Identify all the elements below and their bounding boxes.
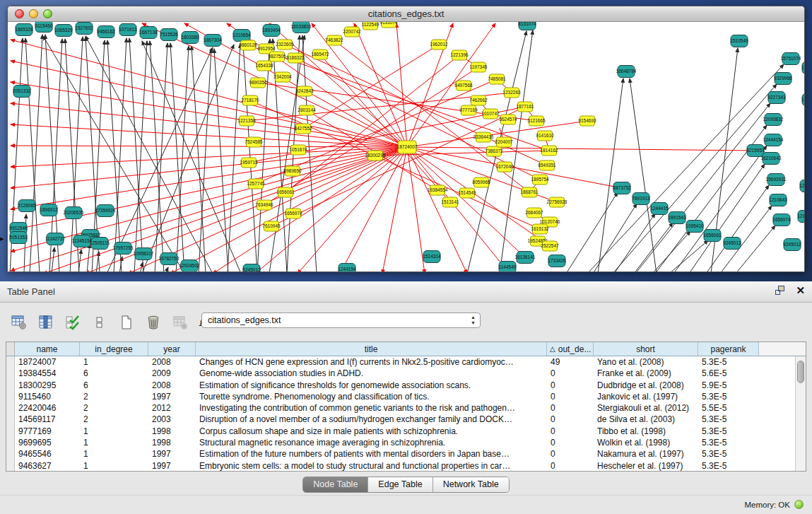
table-cell[interactable]: 0: [547, 460, 594, 471]
scrollbar-thumb[interactable]: [797, 361, 804, 383]
graph-node[interactable]: 1667138: [139, 27, 158, 39]
table-cell[interactable]: 2012: [148, 402, 196, 414]
graph-node[interactable]: 16033803: [291, 22, 312, 33]
graph-node[interactable]: 12444154: [763, 134, 784, 146]
graph-node[interactable]: 2803144: [298, 105, 316, 115]
column-header-title[interactable]: title: [196, 342, 547, 356]
table-cell[interactable]: 1997: [148, 460, 196, 471]
graph-node[interactable]: 1656974: [284, 209, 302, 218]
graph-node[interactable]: 1672040: [495, 162, 514, 172]
graph-node[interactable]: 1071913: [119, 24, 137, 36]
graph-node[interactable]: 7462662: [469, 95, 488, 105]
table-cell[interactable]: Estimation of the future numbers of pati…: [196, 448, 547, 460]
graph-node[interactable]: 1527602: [75, 23, 93, 35]
graph-node[interactable]: 20206535: [64, 207, 84, 219]
table-cell[interactable]: 9777169: [15, 426, 80, 437]
graph-node[interactable]: 1656974: [772, 214, 791, 226]
table-cell[interactable]: 1998: [148, 426, 196, 437]
column-header-name[interactable]: name: [15, 342, 80, 356]
graph-node[interactable]: 1210340: [797, 211, 805, 223]
graph-node[interactable]: 1514314: [423, 251, 441, 263]
graph-node[interactable]: 8059965: [472, 177, 490, 187]
graph-node[interactable]: 6497568: [454, 81, 473, 90]
table-select-dropdown[interactable]: citations_edges.txt ▲▼: [201, 313, 481, 328]
table-cell[interactable]: 2: [80, 391, 148, 402]
table-row[interactable]: 1872400712008Changes of HCN gene express…: [6, 356, 795, 368]
graph-node[interactable]: 1210640: [799, 180, 805, 192]
graph-node[interactable]: 1877161: [516, 102, 534, 112]
table-cell[interactable]: 5.3E-5: [698, 414, 759, 425]
graph-node[interactable]: 1959715: [240, 158, 258, 168]
graph-node[interactable]: 8427552: [294, 124, 312, 134]
table-cell[interactable]: 1: [80, 356, 148, 368]
table-row[interactable]: 911546021997Tourette syndrome. Phenomeno…: [6, 391, 795, 402]
table-cell[interactable]: 9465546: [15, 448, 80, 460]
graph-node[interactable]: 2204007: [495, 137, 513, 147]
table-row[interactable]: 977716911998Corpus callosum shape and si…: [6, 426, 795, 437]
vertical-scrollbar[interactable]: [795, 356, 806, 471]
graph-node[interactable]: 10958107: [134, 248, 154, 260]
network-window-titlebar[interactable]: citations_edges.txt: [8, 6, 804, 22]
column-header-year[interactable]: year: [148, 342, 196, 356]
table-cell[interactable]: Jankovic et al. (1997): [594, 391, 698, 402]
table-row[interactable]: 946554611997Estimation of the future num…: [6, 448, 795, 460]
graph-node[interactable]: 1244415: [650, 203, 669, 215]
table-cell[interactable]: 1: [80, 437, 148, 448]
graph-node[interactable]: 1962012: [430, 40, 448, 49]
graph-node[interactable]: 1210654: [233, 30, 251, 42]
graph-node[interactable]: 1896912: [40, 204, 58, 216]
graph-node[interactable]: 9777169: [459, 105, 478, 115]
graph-node[interactable]: 2718170: [241, 95, 259, 105]
graph-node[interactable]: 19384554: [428, 185, 448, 195]
graph-node[interactable]: 12924502: [180, 260, 200, 272]
table-cell[interactable]: Tibbo et al. (1998): [594, 426, 698, 437]
graph-node[interactable]: 9141610: [536, 131, 554, 141]
hub-node[interactable]: 18724007: [397, 141, 418, 153]
table-row[interactable]: 1938455462009Genome-wide association stu…: [6, 368, 795, 379]
graph-node[interactable]: 1221358: [237, 116, 256, 126]
graph-node[interactable]: 22756928: [547, 197, 567, 207]
graph-node[interactable]: 1510549: [730, 35, 748, 47]
table-cell[interactable]: 49: [547, 356, 594, 368]
graph-node[interactable]: 2342004: [273, 72, 292, 82]
delete-rows-icon[interactable]: [144, 313, 163, 332]
network-canvas[interactable]: 1865328911546010653291527602946616210719…: [8, 22, 805, 272]
table-cell[interactable]: 9699695: [15, 437, 80, 448]
table-cell[interactable]: 1: [80, 460, 148, 471]
table-cell[interactable]: Disruption of a novel member of a sodium…: [196, 414, 547, 425]
table-cell[interactable]: 18300295: [15, 380, 80, 391]
table-cell[interactable]: Yano et al. (2008): [594, 356, 698, 368]
graph-node[interactable]: 9245012: [242, 264, 261, 273]
table-cell[interactable]: 5.3E-5: [698, 437, 759, 448]
table-cell[interactable]: Stergiakouli et al. (2012): [594, 402, 698, 414]
graph-node[interactable]: 7691913: [632, 193, 650, 205]
table-cell[interactable]: 14569117: [15, 414, 80, 425]
graph-node[interactable]: 1733426: [548, 255, 566, 267]
graph-node[interactable]: 15751074: [781, 53, 801, 65]
graph-node[interactable]: 8215953: [746, 145, 765, 157]
graph-node[interactable]: 17359924: [95, 205, 116, 217]
graph-node[interactable]: 1814162: [540, 146, 558, 156]
graph-node[interactable]: 2126065: [18, 200, 36, 212]
graph-node[interactable]: 1095410: [686, 221, 704, 233]
graph-node[interactable]: 5051353: [9, 232, 28, 244]
graph-node[interactable]: 9890350: [249, 78, 267, 88]
table-cell[interactable]: 0: [547, 380, 594, 391]
graph-node[interactable]: 1803380: [181, 32, 199, 44]
table-cell[interactable]: 0: [547, 426, 594, 437]
graph-node[interactable]: 7524585: [245, 137, 263, 147]
graph-node[interactable]: 1865472: [311, 49, 329, 59]
column-header-out-de-[interactable]: △out_de...: [547, 342, 594, 356]
graph-node[interactable]: 15692931: [766, 174, 787, 186]
table-cell[interactable]: 0: [547, 414, 594, 425]
graph-node[interactable]: 1065329: [54, 25, 73, 37]
table-cell[interactable]: 2009: [148, 368, 196, 379]
table-cell[interactable]: 1998: [148, 437, 196, 448]
table-cell[interactable]: 0: [547, 437, 594, 448]
table-row[interactable]: 969969511998Structural magnetic resonanc…: [6, 437, 795, 448]
graph-node[interactable]: 7515526: [160, 29, 178, 41]
graph-node[interactable]: 9154693: [578, 116, 596, 126]
table-cell[interactable]: 5.5E-5: [698, 402, 759, 414]
graph-node[interactable]: 8873752: [613, 182, 631, 194]
table-cell[interactable]: 2: [80, 402, 148, 414]
